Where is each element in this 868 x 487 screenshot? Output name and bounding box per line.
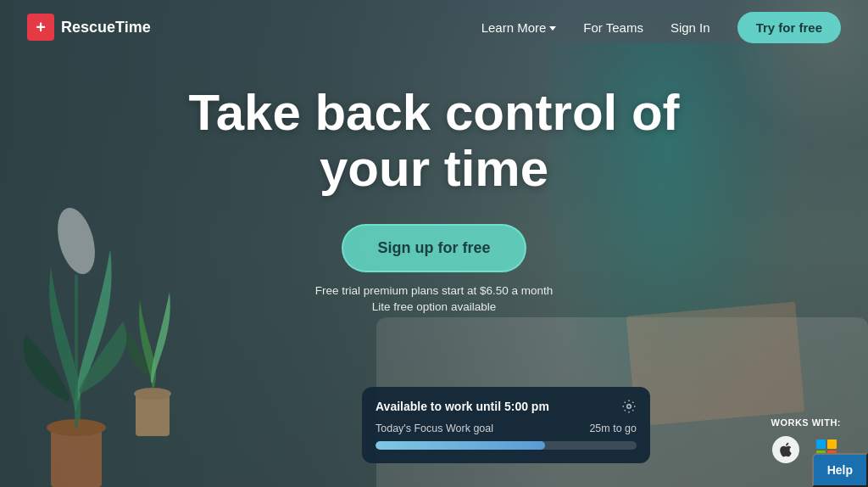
focus-widget: Available to work until 5:00 pm Today's …	[362, 387, 650, 463]
focus-time: 25m to go	[589, 423, 637, 434]
signup-button[interactable]: Sign up for free	[342, 224, 526, 272]
learn-more-link[interactable]: Learn More	[481, 20, 557, 35]
help-button[interactable]: Help	[812, 453, 868, 487]
logo-text: RescueTime	[61, 19, 151, 36]
hero-subtitle-2: Lite free option available	[372, 300, 496, 313]
focus-widget-row: Today's Focus Work goal 25m to go	[376, 423, 637, 434]
gear-icon[interactable]	[621, 399, 637, 414]
for-teams-link[interactable]: For Teams	[583, 20, 643, 35]
progress-bar-background	[376, 441, 637, 450]
logo-icon	[27, 14, 54, 41]
navbar: RescueTime Learn More For Teams Sign In …	[0, 0, 868, 54]
sign-in-link[interactable]: Sign In	[670, 20, 710, 35]
focus-widget-title: Available to work until 5:00 pm	[376, 400, 549, 413]
logo[interactable]: RescueTime	[27, 14, 151, 41]
try-for-free-button[interactable]: Try for free	[737, 12, 841, 43]
focus-widget-header: Available to work until 5:00 pm	[376, 399, 637, 414]
works-with-label: WORKS WITH:	[771, 417, 841, 428]
svg-rect-0	[51, 428, 102, 487]
apple-icon	[772, 436, 799, 463]
hero-subtitle-1: Free trial premium plans start at $6.50 …	[315, 284, 554, 297]
svg-point-5	[627, 405, 632, 409]
progress-bar-fill	[376, 441, 545, 450]
hero-title: Take back control of your time	[188, 85, 679, 197]
focus-label: Today's Focus Work goal	[376, 423, 493, 434]
hero-content: Take back control of your time Sign up f…	[0, 85, 868, 313]
nav-links: Learn More For Teams Sign In Try for fre…	[481, 12, 841, 43]
chevron-down-icon	[549, 26, 556, 31]
